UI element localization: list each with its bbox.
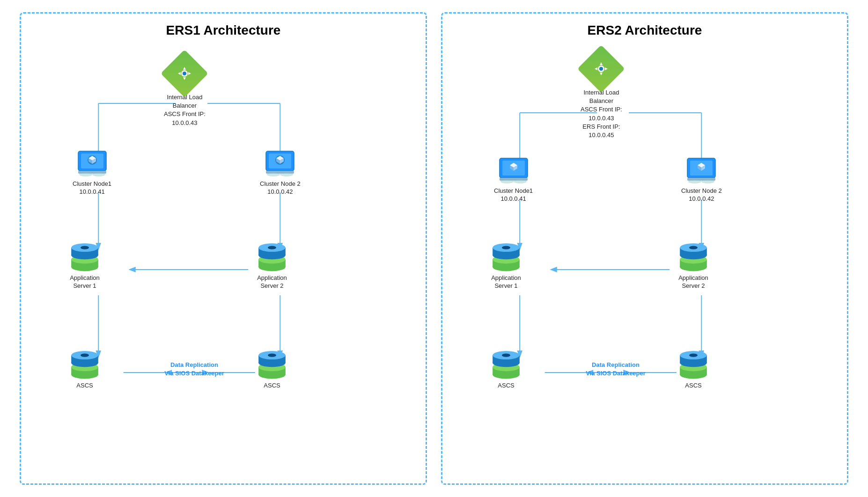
ers1-ascs2: ASCS [255, 349, 289, 390]
ers1-rep-text: Data ReplicationVia SIOS Datakeeper [164, 361, 224, 378]
ers2-lb: Internal LoadBalancerASCS Front IP:10.0.… [581, 52, 622, 139]
ers1-lb-label: Internal LoadBalancerASCS Front IP:10.0.… [164, 93, 206, 127]
svg-marker-16 [188, 72, 191, 75]
ers2-diagram: Internal LoadBalancerASCS Front IP:10.0.… [447, 47, 842, 482]
ers1-app2-icon [255, 241, 289, 271]
ers2-node2: Cluster Node 210.0.0.42 [681, 157, 722, 203]
ers2-ascs1: ASCS [489, 349, 523, 390]
svg-point-21 [79, 173, 92, 176]
ers1-lb: Internal LoadBalancerASCS Front IP:10.0.… [164, 57, 206, 127]
svg-point-31 [280, 173, 293, 176]
ers1-ascs1-label: ASCS [76, 382, 93, 390]
svg-point-84 [514, 180, 527, 183]
ers2-node1-icon [498, 157, 530, 184]
ers2-ascs2: ASCS [677, 349, 710, 390]
svg-point-22 [92, 173, 105, 176]
ers2-lb-icon [584, 52, 618, 86]
ers1-app1-label: ApplicationServer 1 [70, 274, 100, 290]
ers1-ascs2-icon [255, 349, 289, 379]
svg-point-123 [689, 354, 698, 357]
svg-point-75 [599, 67, 603, 71]
svg-point-109 [689, 246, 698, 249]
ers1-app1-icon [68, 241, 102, 271]
svg-marker-79 [605, 67, 608, 70]
svg-point-62 [268, 354, 276, 357]
ers2-node1-label: Cluster Node110.0.0.41 [494, 187, 533, 203]
ers1-title: ERS1 Architecture [26, 23, 421, 38]
svg-point-116 [502, 354, 510, 357]
ers2-title: ERS2 Architecture [447, 23, 842, 38]
ers1-ascs2-label: ASCS [264, 382, 280, 390]
svg-marker-14 [183, 77, 186, 80]
ers2-app1: ApplicationServer 1 [489, 241, 523, 290]
ers1-node2-label: Cluster Node 210.0.0.42 [260, 180, 301, 196]
ers1-app1: ApplicationServer 1 [68, 241, 102, 290]
ers1-ascs1-icon [68, 349, 102, 379]
svg-marker-78 [595, 67, 597, 70]
ers1-node1-icon [76, 150, 108, 177]
svg-point-30 [267, 173, 280, 176]
ers1-ascs1: ASCS [68, 349, 102, 390]
ers1-app2: ApplicationServer 2 [255, 241, 289, 290]
ers1-node2: Cluster Node 210.0.0.42 [260, 150, 301, 196]
ers1-diagram: Internal LoadBalancerASCS Front IP:10.0.… [26, 47, 421, 482]
svg-marker-13 [183, 67, 186, 70]
svg-point-48 [268, 246, 276, 249]
ers2-node2-icon [685, 157, 717, 184]
svg-marker-76 [600, 62, 603, 65]
svg-point-92 [701, 180, 714, 183]
svg-marker-77 [600, 73, 603, 75]
svg-point-102 [502, 246, 510, 249]
ers2-node2-label: Cluster Node 210.0.0.42 [681, 187, 722, 203]
svg-point-12 [183, 72, 186, 75]
page: ERS1 Architecture [0, 0, 868, 497]
ers1-app2-label: ApplicationServer 2 [257, 274, 287, 290]
ers2-app1-label: ApplicationServer 1 [491, 274, 521, 290]
ers2-ascs1-icon [489, 349, 523, 379]
ers2-box: ERS2 Architecture [441, 12, 848, 485]
ers2-app2-icon [677, 241, 710, 271]
ers2-app2: ApplicationServer 2 [677, 241, 710, 290]
ers1-node1: Cluster Node110.0.0.41 [73, 150, 111, 196]
ers1-box: ERS1 Architecture [20, 12, 427, 485]
ers2-replication-label: Data ReplicationVia SIOS Datakeeper [574, 361, 658, 378]
ers1-lb-icon [168, 57, 201, 90]
svg-point-91 [688, 180, 701, 183]
ers2-ascs2-icon [677, 349, 710, 379]
ers2-app2-label: ApplicationServer 2 [678, 274, 708, 290]
ers2-rep-text: Data ReplicationVia SIOS Datakeeper [586, 361, 646, 378]
ers1-replication-label: Data ReplicationVia SIOS Datakeeper [152, 361, 236, 378]
ers1-node2-icon [264, 150, 296, 177]
ers1-node1-label: Cluster Node110.0.0.41 [73, 180, 111, 196]
svg-marker-15 [178, 72, 181, 75]
ers2-ascs2-label: ASCS [685, 382, 701, 390]
svg-point-55 [81, 354, 89, 357]
ers2-app1-icon [489, 241, 523, 271]
ers2-node1: Cluster Node110.0.0.41 [494, 157, 533, 203]
ers2-lb-label: Internal LoadBalancerASCS Front IP:10.0.… [581, 88, 622, 139]
ers2-ascs1-label: ASCS [498, 382, 514, 390]
svg-point-83 [500, 180, 514, 183]
svg-point-41 [81, 246, 89, 249]
